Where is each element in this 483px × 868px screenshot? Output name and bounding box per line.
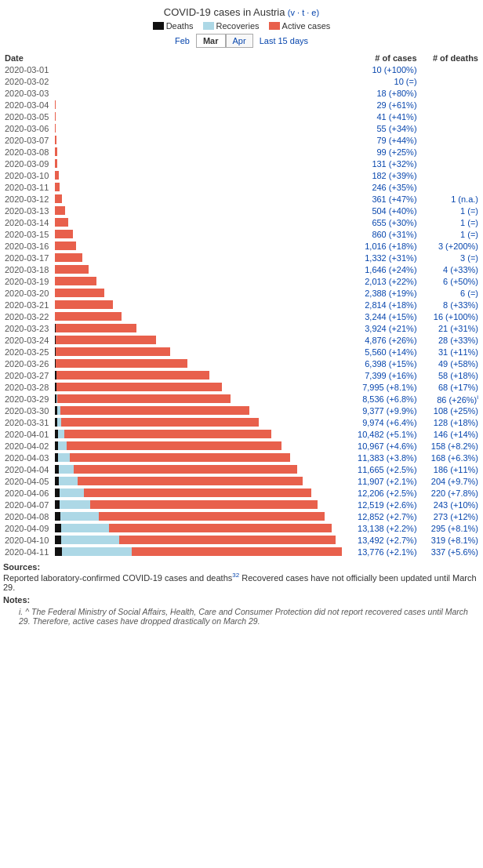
table-row: 2020-03-13504 (+40%)1 (=) <box>3 205 480 216</box>
cell-deaths: 1 (n.a.) <box>420 193 480 205</box>
table-row: 2020-03-0318 (+80%) <box>3 87 480 99</box>
cell-date: 2020-04-09 <box>3 522 55 534</box>
footnote-ref[interactable]: i <box>477 394 478 401</box>
cell-deaths: 49 (+58%) <box>420 358 480 369</box>
cell-cases: 860 (+31%) <box>342 228 420 240</box>
cell-deaths: 1 (=) <box>420 228 480 240</box>
cell-bar <box>55 240 342 252</box>
tab-last15[interactable]: Last 15 days <box>260 36 308 45</box>
cell-cases: 6,398 (+15%) <box>342 358 420 369</box>
bar-recoveries <box>58 441 67 450</box>
cell-cases: 2,388 (+19%) <box>342 287 420 299</box>
cell-cases: 2,814 (+18%) <box>342 299 420 311</box>
cell-deaths: 3 (+200%) <box>420 240 480 252</box>
cell-cases: 79 (+44%) <box>342 134 420 146</box>
cell-date: 2020-04-07 <box>3 499 55 510</box>
cell-deaths <box>420 122 480 134</box>
chart-title: COVID-19 cases in Austria <box>164 6 285 18</box>
sources-ref[interactable]: 32 <box>232 572 239 579</box>
cell-bar <box>55 393 342 405</box>
sources-section: Sources: Reported laboratory-confirmed C… <box>3 562 480 592</box>
cell-cases: 504 (+40%) <box>342 205 420 216</box>
table-row: 2020-03-202,388 (+19%)6 (=) <box>3 287 480 299</box>
cell-date: 2020-03-10 <box>3 169 55 181</box>
cell-cases: 8,536 (+6.8%) <box>342 393 420 405</box>
table-row: 2020-04-0913,138 (+2.2%)295 (+8.1%) <box>3 522 480 534</box>
cell-date: 2020-04-06 <box>3 487 55 499</box>
bar-active <box>60 406 249 415</box>
cell-date: 2020-03-01 <box>3 64 55 75</box>
cell-bar <box>55 452 342 463</box>
bar-active <box>55 230 73 238</box>
table-header: Date # of cases # of deaths <box>3 53 480 64</box>
cell-bar <box>55 299 342 311</box>
cell-date: 2020-03-27 <box>3 369 55 381</box>
cell-cases: 18 (+80%) <box>342 87 420 99</box>
cell-cases: 7,399 (+16%) <box>342 369 420 381</box>
tab-mar[interactable]: Mar <box>196 34 226 48</box>
table-row: 2020-03-0210 (=) <box>3 75 480 87</box>
cell-deaths: 128 (+18%) <box>420 416 480 428</box>
cell-deaths: 1 (=) <box>420 216 480 228</box>
cell-cases: 1,646 (+24%) <box>342 263 420 275</box>
cell-deaths <box>420 169 480 181</box>
bar-recoveries <box>61 536 119 544</box>
cell-deaths <box>420 64 480 75</box>
cell-bar <box>55 487 342 499</box>
cell-bar <box>55 546 342 557</box>
table-row: 2020-03-319,974 (+6.4%)128 (+18%) <box>3 416 480 428</box>
cell-bar <box>55 216 342 228</box>
cell-date: 2020-04-08 <box>3 510 55 522</box>
tab-feb[interactable]: Feb <box>175 36 190 45</box>
bar-recoveries <box>60 512 99 521</box>
tab-row: Feb Mar Apr Last 15 days <box>3 34 480 48</box>
cell-bar <box>55 64 342 75</box>
bar-active <box>61 418 259 427</box>
cell-cases: 3,244 (+15%) <box>342 311 420 322</box>
cell-deaths: 58 (+18%) <box>420 369 480 381</box>
cell-date: 2020-03-22 <box>3 311 55 322</box>
bar-active <box>119 536 336 544</box>
legend-deaths-label: Deaths <box>166 21 194 31</box>
cell-cases: 13,138 (+2.2%) <box>342 522 420 534</box>
bar-recoveries <box>60 500 90 509</box>
cell-deaths: 319 (+8.1%) <box>420 534 480 546</box>
cell-deaths: 6 (+50%) <box>420 275 480 287</box>
table-row: 2020-03-298,536 (+6.8%)86 (+26%)i <box>3 393 480 405</box>
bar-active <box>55 206 65 215</box>
cell-deaths: 168 (+6.3%) <box>420 452 480 463</box>
cell-deaths: 337 (+5.6%) <box>420 546 480 557</box>
cell-deaths: 158 (+8.2%) <box>420 440 480 452</box>
table-row: 2020-03-09131 (+32%) <box>3 158 480 169</box>
cell-deaths: 4 (+33%) <box>420 263 480 275</box>
cell-bar <box>55 499 342 510</box>
cell-deaths: 6 (=) <box>420 287 480 299</box>
cell-deaths <box>420 75 480 87</box>
cell-date: 2020-04-05 <box>3 475 55 487</box>
cell-cases: 9,377 (+9.9%) <box>342 405 420 416</box>
cell-deaths: 28 (+33%) <box>420 334 480 346</box>
bar-active <box>64 430 271 438</box>
bar-active <box>132 547 342 556</box>
title-links[interactable]: (v · t · e) <box>288 8 319 17</box>
cell-date: 2020-03-29 <box>3 393 55 405</box>
cell-date: 2020-04-10 <box>3 534 55 546</box>
bar-recoveries <box>61 524 109 532</box>
title-area: COVID-19 cases in Austria (v · t · e) <box>3 6 480 18</box>
tab-apr[interactable]: Apr <box>226 34 253 48</box>
cell-cases: 4,876 (+26%) <box>342 334 420 346</box>
legend: Deaths Recoveries Active cases <box>3 21 480 31</box>
table-row: 2020-03-277,399 (+16%)58 (+18%) <box>3 369 480 381</box>
cell-bar <box>55 381 342 393</box>
cell-bar <box>55 275 342 287</box>
bar-active <box>55 265 89 274</box>
cell-bar <box>55 134 342 146</box>
cell-date: 2020-03-12 <box>3 193 55 205</box>
recoveries-color-box <box>203 22 214 30</box>
cell-date: 2020-04-11 <box>3 546 55 557</box>
cell-bar <box>55 522 342 534</box>
cell-date: 2020-04-02 <box>3 440 55 452</box>
bar-active <box>55 242 76 250</box>
bar-active <box>67 441 281 450</box>
table-row: 2020-03-223,244 (+15%)16 (+100%) <box>3 311 480 322</box>
